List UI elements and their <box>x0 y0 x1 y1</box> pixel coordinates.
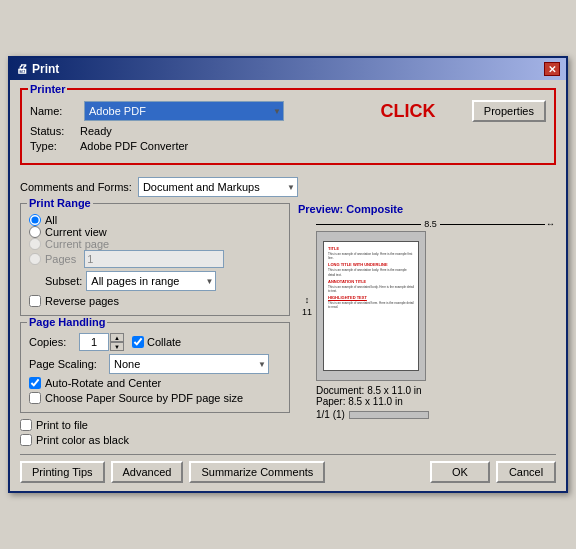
page-info-text: 1/1 (1) <box>316 409 345 420</box>
preview-content: TITLE This is an example of annotation b… <box>324 242 418 314</box>
main-content: Print Range All Current view Current <box>20 203 556 446</box>
page-scaling-label: Page Scaling: <box>29 358 109 370</box>
comments-forms-wrapper: Document and Markups <box>138 177 298 197</box>
print-color-row: Print color as black <box>20 434 290 446</box>
pages-radio-row: Pages <box>29 250 281 268</box>
spin-buttons: ▲ ▼ <box>110 333 124 351</box>
print-range-label: Print Range <box>27 197 93 209</box>
current-page-radio[interactable] <box>29 238 41 250</box>
reverse-pages-row: Reverse pages <box>29 295 281 307</box>
footer-buttons: Printing Tips Advanced Summarize Comment… <box>20 454 556 483</box>
page-handling-section: Page Handling Copies: ▲ ▼ Collat <box>20 322 290 413</box>
close-button[interactable]: ✕ <box>544 62 560 76</box>
preview-with-ruler: ↕ 11 TITLE This is an example of annotat… <box>298 231 556 381</box>
right-panel: Preview: Composite 8.5 ↔ ↕ <box>298 203 556 446</box>
spin-up-button[interactable]: ▲ <box>110 333 124 342</box>
options-section: Print to file Print color as black <box>20 419 290 446</box>
ok-button[interactable]: OK <box>430 461 490 483</box>
collate-row: Collate <box>132 336 181 348</box>
status-row: Status: Ready <box>30 125 546 137</box>
pages-radio[interactable] <box>29 253 41 265</box>
left-panel: Print Range All Current view Current <box>20 203 290 446</box>
page-scaling-select[interactable]: None <box>109 354 269 374</box>
printing-tips-button[interactable]: Printing Tips <box>20 461 105 483</box>
width-value: 8.5 <box>424 219 437 229</box>
current-view-radio[interactable] <box>29 226 41 238</box>
collate-checkbox[interactable] <box>132 336 144 348</box>
reverse-pages-label: Reverse pages <box>45 295 119 307</box>
print-to-file-label: Print to file <box>36 419 88 431</box>
paper-info-text: Paper: 8.5 x 11.0 in <box>316 396 556 407</box>
page-scaling-wrapper: None <box>109 354 269 374</box>
status-value: Ready <box>80 125 112 137</box>
all-radio[interactable] <box>29 214 41 226</box>
choose-paper-row: Choose Paper Source by PDF page size <box>29 392 281 404</box>
print-dialog: 🖨 Print ✕ Printer Name: Adobe PDF <box>8 56 568 493</box>
pages-input[interactable] <box>84 250 224 268</box>
page-scaling-row: Page Scaling: None <box>29 354 281 374</box>
subset-row: Subset: All pages in range <box>45 271 281 291</box>
progress-bar <box>349 411 429 419</box>
auto-rotate-row: Auto-Rotate and Center <box>29 377 281 389</box>
comments-forms-select[interactable]: Document and Markups <box>138 177 298 197</box>
printer-section: Printer Name: Adobe PDF CLICK Pr <box>20 88 556 165</box>
type-row: Type: Adobe PDF Converter <box>30 140 546 152</box>
subset-select[interactable]: All pages in range <box>86 271 216 291</box>
advanced-button[interactable]: Advanced <box>111 461 184 483</box>
print-to-file-row: Print to file <box>20 419 290 431</box>
dialog-title: Print <box>32 62 59 76</box>
ruler-top-area: 8.5 ↔ <box>316 219 556 229</box>
click-label: CLICK <box>380 101 435 122</box>
current-page-radio-row: Current page <box>29 238 281 250</box>
copies-row: Copies: ▲ ▼ Collate <box>29 333 281 351</box>
comments-forms-row: Comments and Forms: Document and Markups <box>20 177 556 197</box>
choose-paper-label: Choose Paper Source by PDF page size <box>45 392 243 404</box>
type-value: Adobe PDF Converter <box>80 140 188 152</box>
radio-group: All Current view Current page Pages <box>29 214 281 268</box>
all-label: All <box>45 214 57 226</box>
comments-forms-label: Comments and Forms: <box>20 181 132 193</box>
page-handling-label: Page Handling <box>27 316 107 328</box>
page-preview: TITLE This is an example of annotation b… <box>323 241 419 371</box>
preview-box: TITLE This is an example of annotation b… <box>316 231 426 381</box>
type-label: Type: <box>30 140 80 152</box>
footer-left: Printing Tips Advanced Summarize Comment… <box>20 461 325 483</box>
footer-right: OK Cancel <box>430 461 556 483</box>
height-value: 11 <box>302 307 312 317</box>
doc-info: Document: 8.5 x 11.0 in Paper: 8.5 x 11.… <box>316 385 556 420</box>
cancel-button[interactable]: Cancel <box>496 461 556 483</box>
name-label: Name: <box>30 105 80 117</box>
printer-name-wrapper: Adobe PDF <box>84 101 284 121</box>
preview-title: Preview: Composite <box>298 203 556 215</box>
print-color-checkbox[interactable] <box>20 434 32 446</box>
copies-input[interactable] <box>79 333 109 351</box>
current-page-label: Current page <box>45 238 109 250</box>
current-view-label: Current view <box>45 226 107 238</box>
current-view-radio-row: Current view <box>29 226 281 238</box>
width-dimension: 8.5 ↔ <box>316 219 556 229</box>
choose-paper-checkbox[interactable] <box>29 392 41 404</box>
printer-name-select[interactable]: Adobe PDF <box>84 101 284 121</box>
doc-info-text: Document: 8.5 x 11.0 in <box>316 385 556 396</box>
copies-label: Copies: <box>29 336 79 348</box>
subset-label: Subset: <box>45 275 82 287</box>
pages-label: Pages <box>45 253 76 265</box>
status-label: Status: <box>30 125 80 137</box>
auto-rotate-checkbox[interactable] <box>29 377 41 389</box>
title-bar: 🖨 Print ✕ <box>10 58 566 80</box>
print-to-file-checkbox[interactable] <box>20 419 32 431</box>
summarize-comments-button[interactable]: Summarize Comments <box>189 461 325 483</box>
copies-spinner: ▲ ▼ <box>79 333 124 351</box>
all-radio-row: All <box>29 214 281 226</box>
auto-rotate-label: Auto-Rotate and Center <box>45 377 161 389</box>
dialog-icon: 🖨 <box>16 62 28 76</box>
page-info-row: 1/1 (1) <box>316 409 556 420</box>
dialog-body: Printer Name: Adobe PDF CLICK Pr <box>10 80 566 491</box>
subset-wrapper: All pages in range <box>86 271 216 291</box>
properties-button[interactable]: Properties <box>472 100 546 122</box>
print-range-section: Print Range All Current view Current <box>20 203 290 316</box>
reverse-pages-checkbox[interactable] <box>29 295 41 307</box>
spin-down-button[interactable]: ▼ <box>110 342 124 351</box>
title-bar-left: 🖨 Print <box>16 62 59 76</box>
left-ruler: ↕ 11 <box>298 231 316 381</box>
